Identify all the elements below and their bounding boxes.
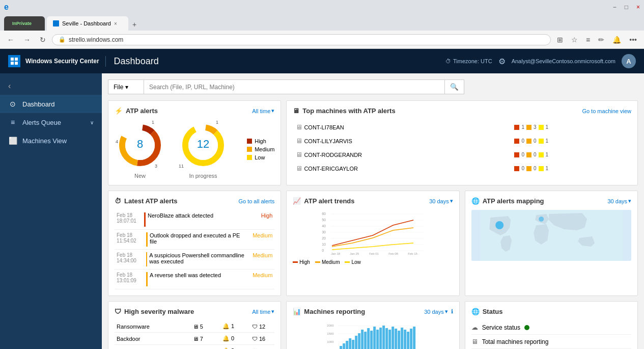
back-button[interactable]: ← <box>4 34 17 45</box>
browser-titlebar: e − □ × <box>0 0 644 14</box>
svg-rect-37 <box>346 341 348 349</box>
chevron-down-icon: ∨ <box>90 120 94 125</box>
machines-reporting-card: 📊 Machines reporting 30 days ▾ ℹ 20 <box>286 301 459 349</box>
sidebar-item-alerts[interactable]: ≡ Alerts Queue ∨ <box>0 113 102 131</box>
dashboard-grid: ⚡ ATP alerts All time ▾ <box>108 100 638 349</box>
atp-trends-header: 📈 ATP alert trends 30 days ▾ <box>293 197 453 205</box>
address-bar[interactable]: 🔒 strello.windows.com <box>52 34 551 45</box>
settings-btn[interactable]: ••• <box>626 34 640 45</box>
atp-trends-filter[interactable]: 30 days ▾ <box>429 198 453 204</box>
sidebar-label-alerts: Alerts Queue <box>22 119 61 126</box>
browser-nav: ← → ↻ 🔒 strello.windows.com ⊞ ☆ ≡ ✏ 🔔 ••… <box>0 31 644 49</box>
atp-mapping-header: 🌐 ATP alerts mapping 30 days ▾ <box>471 197 631 205</box>
svg-rect-47 <box>376 330 379 349</box>
latest-alerts-title: ⏱ Latest ATP alerts <box>115 197 178 205</box>
svg-rect-51 <box>388 330 391 349</box>
search-filter-dropdown[interactable]: File ▾ <box>108 79 144 94</box>
svg-text:60: 60 <box>322 212 326 216</box>
tab-inprivate[interactable]: InPrivate <box>4 16 45 31</box>
medium-trend-label: Medium <box>322 259 340 265</box>
alert-row-2: Feb 18 11:54:02 Outlook dropped and exec… <box>115 230 274 250</box>
sidebar-item-machines[interactable]: ⬜ Machines View <box>0 131 102 150</box>
close-btn[interactable]: × <box>632 3 644 12</box>
search-input[interactable] <box>144 79 445 94</box>
incident-count-2: 16 <box>259 336 265 342</box>
high-bar <box>514 166 519 171</box>
alert-severity-3: Medium <box>250 250 274 270</box>
sidebar-item-dashboard[interactable]: ⊙ Dashboard <box>0 95 102 113</box>
svg-rect-40 <box>355 336 357 349</box>
new-tab-button[interactable]: + <box>128 18 141 31</box>
favorites-btn[interactable]: ☆ <box>568 34 581 45</box>
low-bar <box>539 166 544 171</box>
inprogress-count: 12 <box>197 138 209 151</box>
app-content: Windows Security Center Dashboard ⏱ Time… <box>0 49 644 349</box>
dashboard-icon: ⊙ <box>8 100 17 108</box>
incident-count-1: 12 <box>259 324 265 330</box>
medium-trend-dot <box>315 261 320 263</box>
malware-filter[interactable]: All time ▾ <box>252 308 274 315</box>
top-machines-card: 🖥 Top machines with ATP alerts Go to mac… <box>286 100 638 185</box>
legend-medium-label: Medium <box>255 146 274 152</box>
collections-btn[interactable]: ⊞ <box>554 34 566 45</box>
sidebar-label-machines: Machines View <box>22 137 67 145</box>
malware-row-1: Ransomware 🖥 5 🔔 1 🛡 12 <box>115 320 274 333</box>
hubmenu-btn[interactable]: ≡ <box>583 34 593 45</box>
minimize-btn[interactable]: − <box>609 3 621 12</box>
alert-count-2: 0 <box>231 335 234 341</box>
status-list: ☁ Service status 🖥 Total machines report… <box>471 320 631 349</box>
high-bar <box>514 139 519 144</box>
inprivate-badge: InPrivate <box>10 20 34 26</box>
settings-icon[interactable]: ⚙ <box>498 57 506 66</box>
inprogress-donut-wrap: 12 In progress 1 11 <box>178 120 229 179</box>
sidebar-collapse-btn[interactable]: ‹ <box>0 77 102 95</box>
status-total-machines: 🖥 Total machines reporting <box>471 335 631 349</box>
notes-btn[interactable]: ✏ <box>595 34 607 45</box>
machines-icon: ⬜ <box>8 137 17 145</box>
search-button[interactable]: 🔍 <box>445 79 464 94</box>
tab-close-icon[interactable]: × <box>114 21 117 26</box>
malware-row-2: Backdoor 🖥 7 🔔 0 🛡 16 <box>115 333 274 345</box>
machines-bar-chart: 2000 1500 1000 500 <box>293 320 453 349</box>
high-trend-label: High <box>299 259 310 265</box>
atp-alerts-filter[interactable]: All time ▾ <box>252 108 274 114</box>
new-donut-wrap: 8 New 1 4 3 <box>115 120 165 179</box>
alert-severity-bar-1 <box>144 212 146 227</box>
low-bar <box>539 139 544 144</box>
svg-rect-56 <box>404 330 406 349</box>
maximize-btn[interactable]: □ <box>621 3 632 12</box>
topbar: Windows Security Center Dashboard ⏱ Time… <box>0 49 644 73</box>
svg-text:Jan 25: Jan 25 <box>350 252 359 255</box>
timer-icon: ⏱ <box>115 197 121 205</box>
tab-seville[interactable]: Seville - Dashboard × <box>47 16 128 31</box>
browser-tabs: InPrivate Seville - Dashboard × + <box>0 14 644 31</box>
svg-rect-45 <box>370 331 373 349</box>
atp-mapping-filter[interactable]: 30 days ▾ <box>607 198 631 204</box>
machine-name-1: CONT-LI78EAN <box>304 124 344 130</box>
svg-rect-41 <box>358 333 360 349</box>
malware-filter-chevron: ▾ <box>271 308 274 315</box>
machine-bars-1: 1 3 1 <box>514 124 628 130</box>
notifications-btn[interactable]: 🔔 <box>609 34 624 45</box>
app-title: Windows Security Center <box>25 58 99 65</box>
svg-text:Feb 08: Feb 08 <box>388 252 398 255</box>
legend-low: Low <box>247 154 274 160</box>
malware-name-1: Ransomware <box>115 320 182 333</box>
machine-view-link[interactable]: Go to machine view <box>582 108 631 114</box>
search-bar: File ▾ 🔍 <box>108 79 464 94</box>
alert-severity-4: Medium <box>250 270 274 289</box>
cloud-icon: ☁ <box>471 324 478 331</box>
svg-rect-50 <box>385 328 388 349</box>
refresh-button[interactable]: ↻ <box>37 34 49 45</box>
status-card: 🌐 Status ☁ Service status 🖥 <box>465 301 638 349</box>
avatar[interactable]: A <box>622 54 636 68</box>
atp-alerts-header: ⚡ ATP alerts All time ▾ <box>115 107 274 115</box>
new-donut-center: 8 <box>137 138 143 151</box>
go-all-alerts-link[interactable]: Go to all alerts <box>238 198 274 204</box>
shield-icon: 🛡 <box>115 308 121 315</box>
machines-reporting-filter[interactable]: 30 days ▾ ℹ <box>424 308 453 315</box>
svg-rect-35 <box>340 346 342 349</box>
forward-button[interactable]: → <box>20 34 34 45</box>
malware-name-2: Backdoor <box>115 333 182 345</box>
svg-rect-39 <box>352 340 354 349</box>
